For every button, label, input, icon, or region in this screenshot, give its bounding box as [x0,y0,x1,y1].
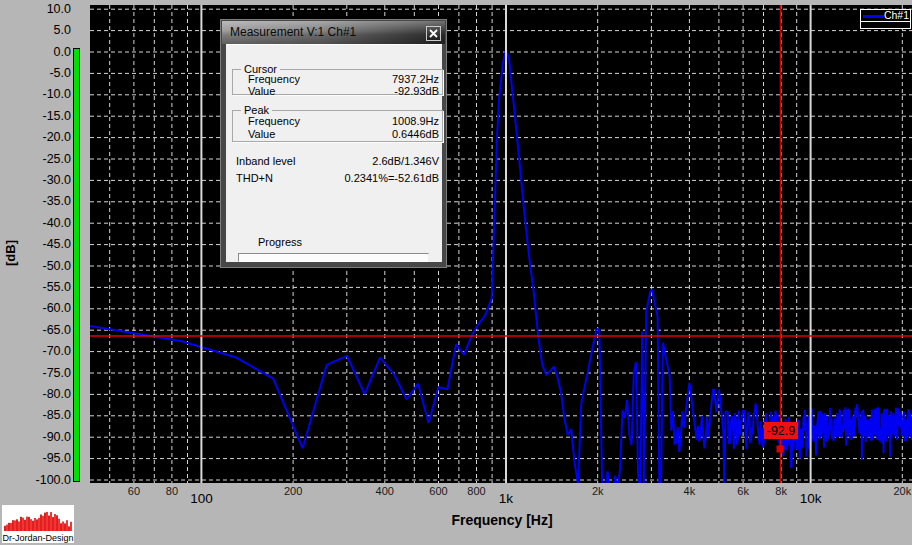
svg-text:-92.9: -92.9 [767,424,796,438]
